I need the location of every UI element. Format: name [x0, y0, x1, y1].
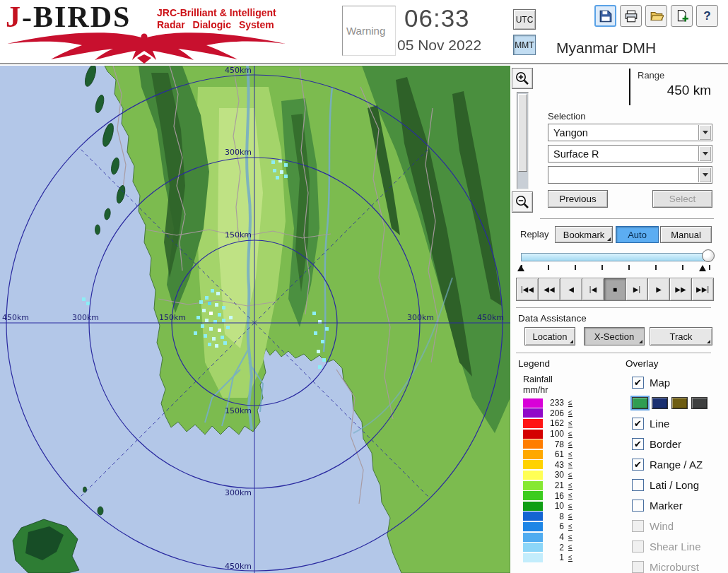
utc-button[interactable]: UTC	[513, 9, 536, 30]
legend-value: 10	[543, 501, 564, 511]
previous-button[interactable]: Previous	[548, 190, 608, 208]
eagle-logo-icon	[6, 31, 288, 64]
timeline-tick	[709, 265, 710, 270]
radar-map[interactable]: 450km 300km 150km 150km 300km 450km 450k…	[0, 66, 510, 573]
checkbox-line[interactable]: ✔	[632, 418, 644, 430]
map-swatch-1[interactable]	[652, 397, 668, 409]
range-value: 450 km	[623, 83, 711, 98]
overlay-item-label: Range / AZ	[650, 459, 703, 471]
timeline-tick	[575, 265, 576, 270]
playback-button-6[interactable]: ▶	[647, 278, 669, 301]
legend-color-swatch	[523, 522, 543, 531]
checkbox-lati-long[interactable]	[632, 479, 644, 491]
select-button[interactable]: Select	[652, 190, 712, 208]
zoom-scrollbar-thumb[interactable]	[518, 94, 527, 172]
open-folder-button[interactable]	[645, 5, 667, 27]
zoom-out-button[interactable]	[512, 191, 533, 213]
data-assistance-label: Data Assistance	[518, 313, 587, 324]
timezone-toggle: UTC MMT	[513, 9, 536, 55]
logo: J-BIRDS JRC-Brilliant & Intelligent Rada…	[6, 1, 345, 64]
extra-dropdown-button[interactable]	[698, 167, 711, 182]
legend-le-symbol: ≤	[568, 471, 573, 479]
location-button[interactable]: Location	[524, 327, 575, 345]
range-start-marker-icon[interactable]	[517, 265, 524, 271]
legend-color-swatch	[523, 533, 543, 542]
chevron-down-icon	[703, 152, 708, 155]
playback-button-4[interactable]: ■	[604, 278, 626, 301]
ring-label: 450km	[2, 313, 29, 322]
overlay-item-marker[interactable]: Marker	[632, 495, 727, 516]
map-swatch-3[interactable]	[691, 397, 708, 409]
legend-value: 6	[543, 521, 564, 531]
new-file-button[interactable]	[671, 5, 693, 27]
checkbox-map[interactable]: ✔	[632, 377, 644, 389]
track-button[interactable]: Track	[650, 327, 712, 345]
map-swatch-2[interactable]	[671, 397, 688, 409]
control-panel: Range 450 km Selection Yangon Surface R …	[510, 66, 728, 573]
help-button[interactable]: ?	[696, 5, 718, 27]
playback-button-8[interactable]: ▶▶|	[691, 278, 714, 301]
legend-row: 10≤	[523, 501, 573, 512]
legend-color-swatch	[523, 502, 543, 511]
replay-label: Replay	[520, 229, 548, 240]
overlay-item-label: Marker	[650, 500, 683, 512]
checkbox-range-az[interactable]: ✔	[632, 459, 644, 471]
ring-label: 450km	[225, 66, 252, 75]
overlay-item-label: Lati / Long	[650, 479, 699, 491]
overlay-item-range-az[interactable]: ✔Range / AZ	[632, 454, 727, 475]
legend-value: 21	[543, 480, 564, 490]
map-swatch-0[interactable]	[632, 397, 648, 409]
toolbar: ?	[594, 5, 718, 27]
checkbox-border[interactable]: ✔	[632, 438, 644, 450]
zoom-scrollbar[interactable]	[517, 92, 529, 189]
manual-button[interactable]: Manual	[660, 226, 712, 243]
site-dropdown[interactable]: Yangon	[548, 124, 712, 141]
checkbox-marker[interactable]	[632, 500, 644, 512]
playback-button-0[interactable]: |◀◀	[516, 278, 538, 301]
bookmark-button[interactable]: Bookmark	[555, 226, 613, 243]
overlay-item-border[interactable]: ✔Border	[632, 434, 727, 454]
save-button[interactable]	[594, 5, 616, 27]
legend-value: 100	[543, 429, 564, 439]
zoom-in-icon	[515, 71, 530, 86]
legend-color-swatch	[523, 491, 543, 500]
replay-slider-knob[interactable]	[702, 249, 715, 262]
corner-grip-icon	[639, 340, 642, 343]
product-dropdown-button[interactable]	[698, 146, 711, 161]
legend-color-swatch	[523, 460, 543, 469]
legend-rows: 233≤206≤162≤100≤78≤61≤43≤30≤21≤16≤10≤8≤6…	[523, 398, 573, 563]
site-dropdown-button[interactable]	[698, 125, 711, 140]
mmt-button[interactable]: MMT	[513, 35, 536, 55]
playback-button-1[interactable]: ◀◀	[538, 278, 560, 301]
zoom-in-button[interactable]	[512, 68, 533, 89]
station-title: Myanmar DMH	[556, 40, 656, 57]
overlay-item-map[interactable]: ✔Map	[632, 372, 727, 393]
product-dropdown[interactable]: Surface R	[548, 145, 712, 163]
overlay-item-label: Line	[650, 418, 669, 430]
legend-le-symbol: ≤	[568, 523, 573, 531]
legend-row: 2≤	[523, 542, 573, 553]
playback-button-2[interactable]: ◀	[560, 278, 582, 301]
ring-label: 150km	[159, 313, 186, 322]
playback-button-5[interactable]: ▶|	[626, 278, 647, 301]
overlay-item-line[interactable]: ✔Line	[632, 413, 727, 434]
auto-button[interactable]: Auto	[616, 226, 659, 243]
xsection-button[interactable]: X-Section	[584, 327, 645, 345]
ring-label: 300km	[225, 148, 252, 157]
range-end-marker-icon[interactable]	[699, 265, 706, 271]
ring-label: 300km	[225, 488, 252, 497]
playback-button-7[interactable]: ▶▶	[669, 278, 691, 301]
timeline-tick	[601, 265, 603, 270]
overlay-item-lati-long[interactable]: Lati / Long	[632, 475, 727, 495]
legend-value: 78	[543, 439, 564, 449]
legend-value: 1	[543, 553, 564, 562]
clock-time: 06:33	[404, 4, 470, 33]
legend-row: 1≤	[523, 553, 573, 563]
print-button[interactable]	[620, 5, 642, 27]
extra-dropdown[interactable]	[548, 166, 712, 184]
legend-row: 6≤	[523, 521, 573, 532]
legend-row: 30≤	[523, 470, 573, 480]
legend-row: 233≤	[523, 398, 573, 408]
playback-button-3[interactable]: |◀	[582, 278, 604, 301]
replay-timeline-slider[interactable]	[521, 253, 709, 261]
